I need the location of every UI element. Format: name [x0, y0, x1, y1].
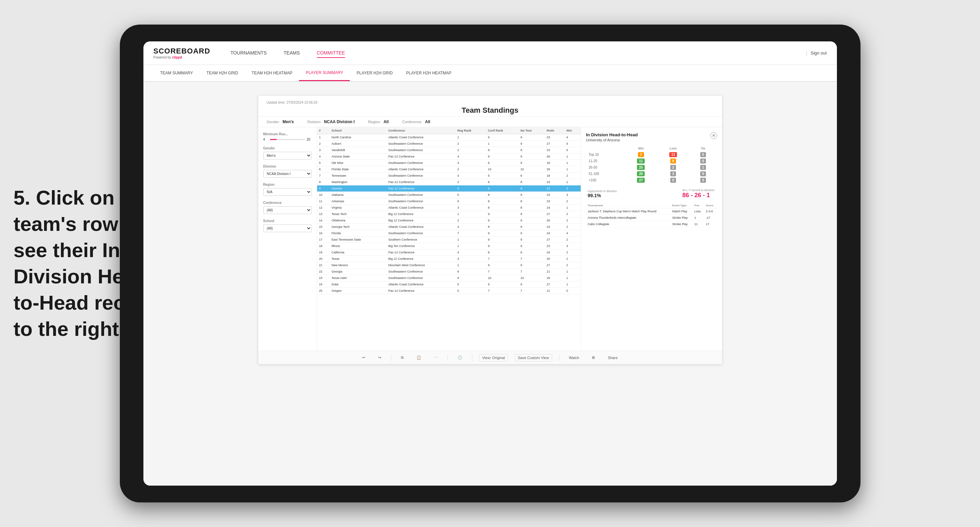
cell-school: Vanderbilt	[329, 147, 387, 154]
paste-button[interactable]: 📋	[414, 354, 424, 362]
table-row[interactable]: 15 Georgia Tech Atlantic Coast Conferenc…	[317, 224, 581, 230]
cell-school: Georgia	[329, 268, 387, 275]
tour-type: Match Play	[671, 208, 693, 215]
redo-button[interactable]: ↪	[375, 354, 384, 362]
cell-conference: Big 12 Conference	[386, 256, 455, 262]
table-row[interactable]: 2 Auburn Southeastern Conference 2 1 9 2…	[317, 141, 581, 147]
tour-name: Arizona Thunderbirds Intercollegiate	[586, 215, 671, 221]
cell-reg-rank: 2	[455, 179, 486, 186]
tournament-header-row: Tournament Event Type Pos Score	[586, 203, 717, 208]
sub-nav-team-h2h-heatmap[interactable]: TEAM H2H HEATMAP	[245, 65, 299, 81]
table-row[interactable]: 6 Florida State Atlantic Coast Conferenc…	[317, 166, 581, 173]
copy-button[interactable]: ⧉	[398, 354, 407, 362]
more-button[interactable]: ⋯	[431, 354, 441, 362]
table-row[interactable]: 20 Texas Big 12 Conference 3 7 7 20 2	[317, 256, 581, 262]
tour-col-type: Event Type	[671, 203, 693, 208]
table-row[interactable]: 1 North Carolina Atlantic Coast Conferen…	[317, 134, 581, 141]
table-row[interactable]: 9 Arizona Pac-12 Conference 5 8 8 23 3	[317, 186, 581, 192]
sub-nav-team-summary[interactable]: TEAM SUMMARY	[154, 65, 200, 81]
region-select[interactable]: N/A	[263, 188, 312, 196]
cell-conference: Big 12 Conference	[386, 217, 455, 224]
undo-button[interactable]: ↩	[359, 354, 368, 362]
bottom-toolbar: ↩ ↪ ⧉ 📋 ⋯ 🕐 View: Original Save Custom V…	[258, 351, 722, 364]
nav-tournaments[interactable]: TOURNAMENTS	[230, 48, 267, 58]
cell-reg-rank: 5	[455, 192, 486, 198]
table-row[interactable]: 8 Washington Pac-12 Conference 2 8 8 23 …	[317, 179, 581, 186]
h2h-rank-label: >100	[586, 177, 625, 183]
cell-no-tour: 9	[519, 243, 545, 249]
table-row[interactable]: 7 Tennessee Southeastern Conference 4 6 …	[317, 173, 581, 179]
slider-track[interactable]	[270, 139, 305, 140]
grid-button[interactable]: ⊞	[589, 354, 598, 362]
app-title: Team Standings	[267, 106, 714, 115]
cell-conference: Atlantic Coast Conference	[386, 224, 455, 230]
nav-committee[interactable]: COMMITTEE	[317, 48, 345, 58]
cell-no-tour: 9	[519, 281, 545, 288]
cell-reg-rank: 2	[455, 147, 486, 154]
region-value: All	[383, 119, 388, 124]
clock-button[interactable]: 🕐	[455, 354, 465, 362]
cell-reg-rank: 5	[455, 186, 486, 192]
panel-title: In Division Head-to-Head	[586, 132, 638, 137]
tour-pos: Loss	[693, 208, 704, 215]
table-row[interactable]: 22 Georgia Southeastern Conference 8 7 7…	[317, 268, 581, 275]
table-row[interactable]: 17 East Tennessee State Southern Confere…	[317, 237, 581, 243]
cell-rank: 5	[317, 160, 329, 166]
close-panel-button[interactable]: ✕	[710, 132, 717, 139]
cell-school: North Carolina	[329, 134, 387, 141]
cell-conf-rank: 6	[486, 160, 519, 166]
table-row[interactable]: 10 Alabama Southeastern Conference 5 8 8…	[317, 192, 581, 198]
cell-rnds: 24	[545, 224, 565, 230]
watch-button[interactable]: Watch	[566, 354, 582, 362]
table-header-row: # School Conference Reg Rank Conf Rank N…	[317, 127, 581, 134]
cell-conf-rank: 8	[486, 192, 519, 198]
gender-select[interactable]: Men's	[263, 152, 312, 160]
division-select[interactable]: NCAA Division I	[263, 170, 312, 178]
school-select[interactable]: (All)	[263, 224, 312, 232]
region-label: Region:	[368, 120, 381, 124]
cell-rnds: 23	[545, 134, 565, 141]
table-row[interactable]: 24 Duke Atlantic Coast Conference 5 9 9 …	[317, 281, 581, 288]
cell-no-tour: 9	[519, 230, 545, 237]
record-label: W-L-T record in-division:	[682, 189, 715, 192]
logo-brand: clippd	[172, 56, 182, 59]
table-row[interactable]: 12 Virginia Atlantic Coast Conference 3 …	[317, 205, 581, 211]
table-row[interactable]: 3 Vanderbilt Southeastern Conference 2 8…	[317, 147, 581, 154]
sign-out-button[interactable]: Sign out	[811, 51, 827, 56]
table-row[interactable]: 13 Texas Tech Big 12 Conference 1 9 9 27…	[317, 211, 581, 217]
h2h-win-cell: 27	[625, 177, 657, 183]
cell-rnds: 27	[545, 281, 565, 288]
table-row[interactable]: 18 Illinois Big Ten Conference 1 9 9 23 …	[317, 243, 581, 249]
sub-nav-team-h2h-grid[interactable]: TEAM H2H GRID	[200, 65, 245, 81]
cell-reg-rank: 4	[455, 173, 486, 179]
nav-teams[interactable]: TEAMS	[283, 48, 300, 58]
cell-conference: Pac-12 Conference	[386, 288, 455, 294]
table-row[interactable]: 25 Oregon Pac-12 Conference 5 7 7 21 0	[317, 288, 581, 294]
table-row[interactable]: 23 Texas A&M Southeastern Conference 9 1…	[317, 275, 581, 281]
table-row[interactable]: 16 Florida Southeastern Conference 7 9 9…	[317, 230, 581, 237]
table-row[interactable]: 14 Oklahoma Big 12 Conference 2 9 9 26 2	[317, 217, 581, 224]
view-original-button[interactable]: View: Original	[479, 354, 508, 362]
cell-rnds: 23	[545, 147, 565, 154]
cell-rank: 10	[317, 192, 329, 198]
toolbar-divider-3	[472, 354, 473, 361]
cell-win: 0	[564, 288, 581, 294]
cell-no-tour: 7	[519, 288, 545, 294]
sub-nav-player-h2h-heatmap[interactable]: PLAYER H2H HEATMAP	[399, 65, 458, 81]
table-row[interactable]: 21 New Mexico Mountain West Conference 1…	[317, 262, 581, 268]
cell-school: New Mexico	[329, 262, 387, 268]
panel-title-group: In Division Head-to-Head University of A…	[586, 132, 638, 142]
conference-select[interactable]: (All)	[263, 206, 312, 214]
save-custom-button[interactable]: Save Custom View	[515, 354, 552, 362]
table-row[interactable]: 11 Arkansas Southeastern Conference 6 8 …	[317, 198, 581, 205]
cell-rnds: 27	[545, 141, 565, 147]
cell-conference: Southeastern Conference	[386, 173, 455, 179]
cell-conference: Southeastern Conference	[386, 230, 455, 237]
sub-nav-player-summary[interactable]: PLAYER SUMMARY	[299, 65, 350, 81]
table-row[interactable]: 4 Arizona State Pac-12 Conference 4 9 9 …	[317, 154, 581, 160]
share-button[interactable]: Share	[605, 354, 620, 362]
sub-nav-player-h2h-grid[interactable]: PLAYER H2H GRID	[350, 65, 399, 81]
table-row[interactable]: 5 Ole Miss Southeastern Conference 3 6 6…	[317, 160, 581, 166]
table-row[interactable]: 19 California Pac-12 Conference 4 8 8 24…	[317, 249, 581, 256]
h2h-loss-cell: 2	[657, 164, 689, 171]
